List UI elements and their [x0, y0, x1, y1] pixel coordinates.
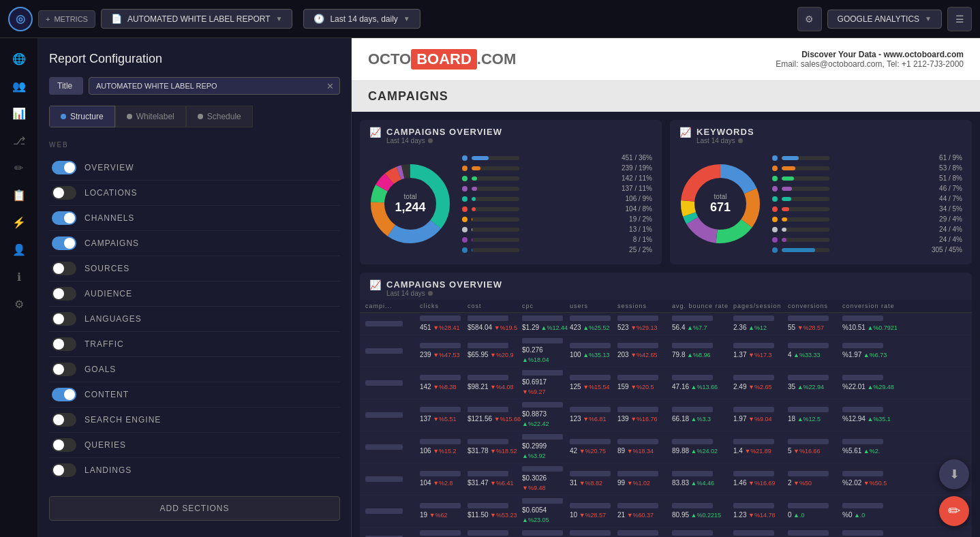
title-field-row: Title ✕ [49, 77, 340, 95]
toggle-queries[interactable] [52, 438, 76, 452]
toggle-label-goals: GOALS [85, 365, 116, 374]
toggle-search_engine[interactable] [52, 413, 76, 427]
table-cell-campaign [365, 444, 420, 450]
table-cell: %12.94 ▲%35.1 [842, 407, 904, 423]
main-layout: 🌐 👥 📊 ⎇ ✏ 📋 ⚡ 👤 ℹ ⚙ Report Configuration… [0, 38, 980, 537]
tab-whitelabel[interactable]: Whitelabel [115, 106, 186, 127]
toggle-goals[interactable] [52, 363, 76, 376]
table-cell: 10 ▼%28.57 [570, 503, 617, 519]
chevron-down-icon: ▼ [276, 15, 283, 22]
sidebar-icon-clipboard[interactable]: 📋 [7, 183, 31, 207]
add-button[interactable]: + METRICS [38, 10, 95, 28]
sidebar-icon-git[interactable]: ⎇ [7, 128, 31, 153]
menu-button[interactable]: ☰ [947, 7, 972, 31]
table-cell: $584.04 ▼%19.5 [468, 316, 522, 332]
table-cell: 39 ▼%16.44 [570, 530, 617, 537]
sidebar-icon-zap[interactable]: ⚡ [7, 210, 31, 234]
table-cell: 125 ▼%15.54 [570, 375, 617, 391]
add-sections-button[interactable]: ADD SECTIONS [49, 496, 340, 521]
legend-item: 239 / 19% [462, 163, 652, 173]
table-cell: 80.95 ▲%0.2215 [672, 503, 733, 519]
info-dot-table [428, 291, 433, 296]
table-row: 13 ▼%48$13.72 ▼%13.4$1.05 ▲%4.0839 ▼%16.… [360, 527, 972, 537]
toggle-label-content: CONTENT [85, 390, 129, 399]
logo-octo-text: OCTO [368, 50, 411, 68]
toggle-languages[interactable] [52, 312, 76, 326]
col-header-clicks: clicks [420, 303, 468, 309]
email-value: sales@octoboard.com [801, 59, 883, 69]
title-input[interactable] [89, 78, 321, 94]
table-cell: %5.61 ▲%2. [842, 439, 904, 455]
table-cell: 1.37 ▼%17.3 [733, 343, 788, 359]
tel-label: Tel: [887, 59, 900, 69]
time-label: Last 14 days, daily [330, 14, 397, 24]
toggle-label-search_engine: SEARCH ENGINE [85, 415, 161, 425]
report-selector[interactable]: 📄 AUTOMATED WHITE LABEL REPORT ▼ [101, 9, 293, 29]
edit-fab[interactable]: ✏ [939, 496, 969, 526]
download-fab[interactable]: ⬇ [939, 459, 969, 489]
tab-schedule[interactable]: Schedule [186, 106, 253, 127]
info-dot-kw [738, 138, 743, 143]
toggle-audience[interactable] [52, 287, 76, 301]
legend-item: 24 / 4% [772, 234, 962, 245]
email-label: Email: [776, 59, 798, 69]
tab-bar: Structure Whitelabel Schedule [49, 106, 340, 127]
toggle-row-campaigns: CAMPAIGNS [49, 231, 340, 256]
sidebar-icon-chart[interactable]: 📊 [7, 101, 31, 125]
toggle-locations[interactable] [52, 186, 76, 200]
sidebar-icon-gear[interactable]: ⚙ [7, 292, 31, 316]
campaigns-donut-area: total 1,244 451 / 36%239 / 19%142 / 11%1… [360, 147, 662, 264]
tab-dot-wl [127, 114, 132, 119]
time-selector[interactable]: 🕐 Last 14 days, daily ▼ [303, 9, 420, 29]
table-cell: 1.23 ▼%14.78 [733, 503, 788, 519]
table-cell: 31 ▼%8.82 [570, 471, 617, 487]
ga-selector[interactable]: GOOGLE ANALYTICS ▼ [827, 10, 942, 29]
campaigns-donut-chart: total 1,244 [369, 163, 451, 245]
toggle-channels[interactable] [52, 211, 76, 225]
metrics-label: METRICS [54, 15, 88, 23]
toggle-sources[interactable] [52, 262, 76, 275]
table-cell: 2.49 ▼%2.65 [733, 375, 788, 391]
legend-item: 106 / 9% [462, 194, 652, 204]
toggle-row-traffic: TRAFFIC [49, 332, 340, 357]
sidebar-icon-users[interactable]: 👥 [7, 74, 31, 98]
table-cell: 2.36 ▲%12 [733, 316, 788, 332]
table-cell: 1.46 ▼%16.69 [733, 471, 788, 487]
col-header-sessions: sessions [617, 303, 672, 309]
campaigns-overview-subtitle: Last 14 days [386, 137, 502, 144]
table-cell: 100 ▲%35.13 [570, 343, 617, 359]
table-cell-campaign [365, 508, 420, 514]
campaigns-overview-title: CAMPAIGNS OVERVIEW [386, 127, 502, 137]
legend-item: 46 / 7% [772, 183, 962, 194]
toggle-campaigns[interactable] [52, 236, 76, 250]
legend-item: 25 / 2% [462, 245, 652, 255]
title-tab[interactable]: Title [49, 77, 83, 95]
toggle-label-audience: AUDIENCE [85, 289, 132, 298]
keywords-title: KEYWORDS [696, 127, 754, 137]
table-cell: 66.18 ▲%3.3 [672, 407, 733, 423]
table-cell: 19 ▼%62 [420, 503, 468, 519]
legend-item: 451 / 36% [462, 153, 652, 163]
sidebar-icon-info[interactable]: ℹ [7, 264, 31, 289]
tab-structure[interactable]: Structure [49, 106, 115, 127]
table-cell-campaign [365, 321, 420, 326]
sidebar-icon-pencil[interactable]: ✏ [7, 155, 31, 180]
sidebar-icon-globe[interactable]: 🌐 [7, 46, 31, 71]
toggle-label-locations: LOCATIONS [85, 188, 137, 198]
table-cell: 423 ▲%25.52 [570, 316, 617, 332]
toggle-landings[interactable] [52, 463, 76, 477]
table-cell: $0.2999 ▲%3.92 [522, 434, 570, 460]
clear-title-icon[interactable]: ✕ [321, 78, 339, 94]
table-cell: $121.56 ▼%15.66 [468, 407, 522, 423]
sidebar-icon-person[interactable]: 👤 [7, 237, 31, 262]
toggle-overview[interactable] [52, 161, 76, 174]
toggle-label-landings: LANDINGS [85, 465, 132, 475]
toggle-traffic[interactable] [52, 337, 76, 351]
toggle-content[interactable] [52, 388, 76, 401]
table-cell-campaign [365, 348, 420, 354]
toggle-row-search_engine: SEARCH ENGINE [49, 408, 340, 433]
table-cell: 4 ▲%33.33 [788, 343, 842, 359]
settings-button[interactable]: ⚙ [797, 7, 822, 31]
ga-label: GOOGLE ANALYTICS [838, 14, 919, 24]
table-cell: $0.6917 ▼%9.27 [522, 370, 570, 396]
